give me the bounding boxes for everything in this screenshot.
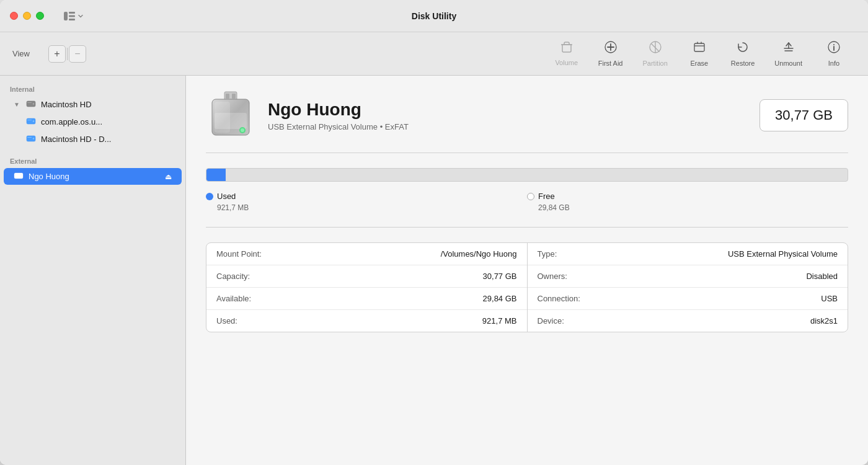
info-key: Connection: xyxy=(538,294,822,303)
view-label: View xyxy=(12,49,30,58)
sidebar-toggle-button[interactable] xyxy=(60,9,87,23)
svg-rect-19 xyxy=(15,174,19,175)
drive-icon xyxy=(26,99,36,110)
info-key: Used: xyxy=(216,316,482,326)
partition-label: Partition xyxy=(642,60,667,67)
table-row: Connection:USB xyxy=(528,288,848,310)
table-row: Device:disk2s1 xyxy=(528,310,848,332)
info-col-left: Mount Point:/Volumes/Ngo HuongCapacity:3… xyxy=(206,243,527,332)
erase-button[interactable]: Erase xyxy=(678,38,721,69)
main-content: Ngo Huong USB External Physical Volume •… xyxy=(186,76,868,465)
restore-icon xyxy=(736,40,750,57)
usage-section: Used 921,7 MB Free 29,84 GB xyxy=(206,168,848,228)
traffic-lights xyxy=(10,12,44,20)
internal-section-label: Internal xyxy=(0,83,185,95)
maximize-button[interactable] xyxy=(36,12,44,20)
first-aid-button[interactable]: First Aid xyxy=(588,38,633,69)
minimize-button[interactable] xyxy=(23,12,31,20)
sidebar-item-macintosh-hd[interactable]: ▼ Macintosh HD xyxy=(4,96,182,113)
info-key: Device: xyxy=(538,316,810,326)
svg-rect-21 xyxy=(226,94,229,99)
table-row: Capacity:30,77 GB xyxy=(206,265,527,288)
restore-label: Restore xyxy=(731,60,755,67)
sidebar-item-ngo-huong[interactable]: Ngo Huong ⏏ xyxy=(4,168,182,185)
info-key: Available: xyxy=(216,294,483,303)
table-row: Mount Point:/Volumes/Ngo Huong xyxy=(206,243,527,265)
erase-icon xyxy=(693,40,706,57)
drive-size-badge: 30,77 GB xyxy=(760,99,848,131)
free-value: 29,84 GB xyxy=(538,203,848,212)
info-col-right: Type:USB External Physical VolumeOwners:… xyxy=(527,243,848,332)
free-label-item: Free 29,84 GB xyxy=(527,192,848,212)
volume-label: Volume xyxy=(555,59,578,66)
ngo-huong-label: Ngo Huong xyxy=(29,172,160,181)
table-row: Owners:Disabled xyxy=(528,265,848,288)
drive-subtitle: USB External Physical Volume • ExFAT xyxy=(268,122,747,131)
unmount-icon xyxy=(782,40,795,57)
sidebar-item-macintosh-hd-d[interactable]: Macintosh HD - D... xyxy=(4,131,182,148)
svg-point-27 xyxy=(241,128,244,132)
used-dot xyxy=(206,193,213,200)
erase-label: Erase xyxy=(690,60,708,67)
info-key: Type: xyxy=(538,249,728,259)
used-value: 921,7 MB xyxy=(217,203,527,212)
add-volume-button[interactable]: + xyxy=(48,45,66,63)
toolbar: View + − Volume xyxy=(0,32,868,76)
svg-rect-25 xyxy=(215,113,247,129)
used-label-item: Used 921,7 MB xyxy=(206,192,527,212)
svg-rect-3 xyxy=(69,19,75,20)
svg-rect-22 xyxy=(232,94,236,99)
drive-image xyxy=(208,91,253,140)
window-title: Disk Utility xyxy=(412,11,456,21)
svg-rect-0 xyxy=(64,12,68,20)
restore-button[interactable]: Restore xyxy=(721,38,765,69)
chevron-icon: ▼ xyxy=(14,101,20,108)
table-row: Type:USB External Physical Volume xyxy=(528,243,848,265)
drive-icon-container xyxy=(206,91,255,140)
usage-bar-container xyxy=(206,168,848,182)
info-value: disk2s1 xyxy=(810,316,838,326)
info-key: Capacity: xyxy=(216,272,483,281)
usage-bar-fill xyxy=(206,169,226,181)
volume2-icon xyxy=(26,134,36,144)
svg-point-9 xyxy=(33,103,34,104)
used-label: Used xyxy=(217,192,236,201)
svg-rect-5 xyxy=(694,43,704,51)
info-value: 921,7 MB xyxy=(482,316,517,326)
close-button[interactable] xyxy=(10,12,18,20)
info-key: Owners: xyxy=(538,272,807,281)
info-value: USB External Physical Volume xyxy=(728,249,838,259)
volume-icon xyxy=(26,117,36,127)
volume-button[interactable]: Volume xyxy=(545,38,588,69)
partition-icon xyxy=(649,40,662,57)
info-value: USB xyxy=(821,294,838,303)
free-dot xyxy=(527,193,534,200)
svg-point-7 xyxy=(833,44,835,45)
svg-point-12 xyxy=(33,120,34,122)
info-table: Mount Point:/Volumes/Ngo HuongCapacity:3… xyxy=(206,242,848,332)
unmount-button[interactable]: Unmount xyxy=(764,38,812,69)
partition-button[interactable]: Partition xyxy=(632,38,677,69)
info-value: /Volumes/Ngo Huong xyxy=(441,249,517,259)
svg-rect-16 xyxy=(27,137,32,138)
info-key: Mount Point: xyxy=(216,249,441,259)
svg-rect-13 xyxy=(27,120,32,120)
eject-icon[interactable]: ⏏ xyxy=(165,172,172,181)
unmount-label: Unmount xyxy=(774,60,802,67)
info-button[interactable]: Info xyxy=(812,38,856,69)
macintosh-hd-d-label: Macintosh HD - D... xyxy=(41,135,172,144)
macintosh-hd-label: Macintosh HD xyxy=(41,100,172,109)
svg-rect-2 xyxy=(69,15,75,17)
remove-volume-button[interactable]: − xyxy=(69,45,86,63)
info-value: 30,77 GB xyxy=(483,272,517,281)
svg-rect-10 xyxy=(27,102,32,103)
volume-icon xyxy=(560,41,574,56)
info-icon xyxy=(827,40,841,57)
table-row: Available:29,84 GB xyxy=(206,288,527,310)
titlebar: Disk Utility xyxy=(0,0,868,32)
info-value: 29,84 GB xyxy=(483,294,517,303)
sidebar-item-com-apple[interactable]: com.apple.os.u... xyxy=(4,113,182,130)
external-section-label: External xyxy=(0,155,185,167)
info-value: Disabled xyxy=(806,272,838,281)
svg-point-15 xyxy=(33,138,34,139)
